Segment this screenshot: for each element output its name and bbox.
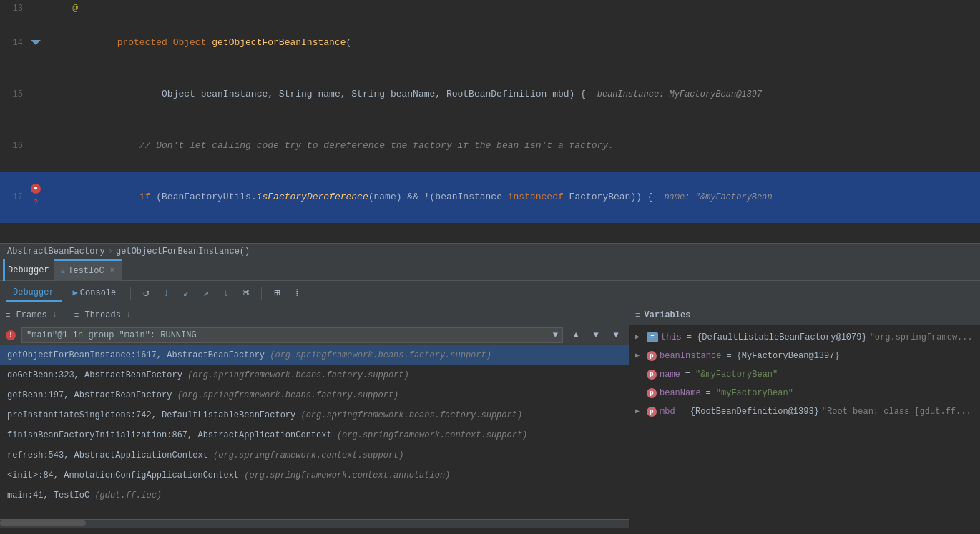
tab-close-testioc[interactable]: ×: [110, 267, 114, 275]
btn-restart[interactable]: ↺: [138, 285, 154, 301]
var-mbd-expand[interactable]: ▶: [635, 405, 644, 419]
thread-selector[interactable]: "main"@1 in group "main": RUNNING ▼: [21, 327, 563, 343]
var-beanname[interactable]: ▶ p beanName = "myFactoryBean": [629, 384, 980, 402]
breadcrumb: AbstractBeanFactory › getObjectForBeanIn…: [0, 243, 980, 259]
threads-icon: ≡: [74, 311, 79, 320]
code-content-15: Object beanInstance, String name, String…: [43, 69, 980, 120]
var-name-icon: p: [647, 370, 657, 380]
frames-scrollbar[interactable]: [0, 519, 629, 528]
debugger-text: Debugger: [8, 265, 49, 275]
frame-6-package: (org.springframework.context.annotation): [244, 470, 450, 480]
diamond-marker-14: [31, 40, 41, 46]
code-line-16: 16 // Don't let calling code try to dere…: [0, 120, 980, 172]
btn-step-over-toolbar[interactable]: ↓: [158, 285, 174, 301]
line-number-15: 15: [0, 69, 29, 120]
frame-1[interactable]: doGetBean:323, AbstractBeanFactory (org.…: [0, 365, 629, 385]
frame-2-method: getBean:197, AbstractBeanFactory: [7, 390, 177, 400]
code-line-14: 14 protected Object getObjectForBeanInst…: [0, 17, 980, 69]
tab-console[interactable]: ▶ Console: [66, 285, 124, 301]
frame-5[interactable]: refresh:543, AbstractApplicationContext …: [0, 445, 629, 465]
line-number-14: 14: [0, 17, 29, 69]
var-mbd-icon-label: p: [650, 405, 653, 419]
frame-4[interactable]: finishBeanFactoryInitialization:867, Abs…: [0, 425, 629, 445]
method-isfactory: isFactoryDereference: [257, 192, 368, 202]
keyword-protected: protected: [94, 37, 172, 48]
btn-step-into-toolbar[interactable]: ↙: [178, 285, 194, 301]
var-mbd-name: mbd: [660, 405, 675, 419]
var-this-eq: =: [687, 330, 692, 345]
keyword-if-17: if: [139, 192, 151, 202]
var-name-name: name: [660, 367, 680, 382]
line17-cond1: (BeanFactoryUtils.: [150, 192, 256, 202]
var-mbd[interactable]: ▶ p mbd = {RootBeanDefinition@1393} "Roo…: [629, 402, 980, 421]
btn-thread-down[interactable]: ▼: [589, 328, 603, 342]
right-panel: ≡ Variables ▶ = this = {DefaultListableB…: [629, 305, 980, 528]
tab-debugger[interactable]: Debugger: [6, 285, 62, 302]
line-number-17: 17: [0, 172, 29, 223]
var-this-expand[interactable]: ▶: [635, 330, 644, 345]
frame-6[interactable]: <init>:84, AnnotationConfigApplicationCo…: [0, 465, 629, 485]
keyword-instanceof: instanceof: [508, 192, 564, 202]
frames-icon: ≡: [6, 311, 11, 320]
var-beanname-icon-label: p: [650, 386, 653, 400]
line-gutter-17: ● ?: [29, 172, 43, 223]
variables-header: ≡ Variables: [629, 305, 980, 325]
debug-toolbar: Debugger ▶ Console ↺ ↓ ↙ ↗ ⇓ ⌘ ⊞ ⁞: [0, 281, 980, 305]
threads-title: Threads: [84, 310, 120, 320]
var-name-value: "&myFactoryBean": [695, 367, 778, 382]
frame-2-package: (org.springframework.beans.factory.suppo…: [177, 390, 399, 400]
toolbar-divider-1: [130, 287, 131, 300]
line17-cond2: (name) && !(beanInstance: [368, 192, 508, 202]
variables-list: ▶ = this = {DefaultListableBeanFactory@1…: [629, 325, 980, 528]
frame-7[interactable]: main:41, TestIoC (gdut.ff.ioc): [0, 485, 629, 505]
btn-thread-up[interactable]: ▲: [569, 328, 583, 342]
bottom-panel: Debugger ☕ TestIoC × Debugger ▶ Console …: [0, 259, 980, 528]
var-this[interactable]: ▶ = this = {DefaultListableBeanFactory@1…: [629, 328, 980, 347]
var-beaninstance[interactable]: ▶ p beanInstance = {MyFactoryBean@1397}: [629, 347, 980, 365]
panel-content: ≡ Frames ↓ ≡ Threads ↓ ! "main"@1 in gro…: [0, 305, 980, 528]
comment-16: // Don't let calling code try to derefer…: [94, 140, 614, 151]
code-content-14: protected Object getObjectForBeanInstanc…: [43, 17, 980, 69]
editor-area: 13 @ 14 protected Object getObjectForBea…: [0, 0, 980, 243]
btn-settings-view[interactable]: ⁞: [289, 285, 305, 301]
var-beanname-name: beanName: [660, 386, 701, 400]
line17-hint: name: "&myFactoryBean: [664, 192, 772, 202]
frame-2[interactable]: getBean:197, AbstractBeanFactory (org.sp…: [0, 385, 629, 405]
var-mbd-icon: p: [647, 407, 657, 417]
btn-run-cursor[interactable]: ⇓: [218, 285, 234, 301]
frames-scroll-thumb[interactable]: [0, 520, 86, 526]
code-line-17: 17 ● ? if (BeanFactoryUtils.isFactoryDer…: [0, 172, 980, 223]
variables-icon: ≡: [635, 311, 640, 320]
frames-title: Frames: [16, 310, 47, 320]
var-name[interactable]: ▶ p name = "&myFactoryBean": [629, 365, 980, 384]
var-mbd-eq: =: [680, 405, 685, 419]
threads-arrow: ↓: [127, 311, 131, 319]
btn-filter-frames[interactable]: ▼: [609, 328, 623, 342]
btn-table-view[interactable]: ⊞: [269, 285, 285, 301]
btn-step-out-toolbar[interactable]: ↗: [198, 285, 214, 301]
code-content-17: if (BeanFactoryUtils.isFactoryDereferenc…: [43, 172, 980, 223]
btn-evaluate[interactable]: ⌘: [238, 285, 254, 301]
frame-0[interactable]: getObjectForBeanInstance:1617, AbstractB…: [0, 345, 629, 365]
tab-testioc-label: TestIoC: [68, 266, 104, 276]
breadcrumb-item-1[interactable]: AbstractBeanFactory: [7, 247, 105, 257]
thread-label: "main"@1 in group "main": RUNNING: [26, 330, 197, 340]
frame-7-method: main:41, TestIoC: [7, 490, 94, 500]
variables-title: Variables: [645, 310, 691, 320]
breadcrumb-item-2[interactable]: getObjectForBeanInstance(): [116, 247, 250, 257]
frame-1-package: (org.springframework.beans.factory.suppo…: [187, 370, 409, 380]
code-content-13: @: [43, 0, 980, 17]
line-gutter-16: [29, 120, 43, 172]
var-beaninstance-name: beanInstance: [660, 349, 721, 363]
frame-3[interactable]: preInstantiateSingletons:742, DefaultLis…: [0, 405, 629, 425]
var-this-icon-label: =: [650, 330, 654, 345]
line-number-16: 16: [0, 120, 29, 172]
frame-3-method: preInstantiateSingletons:742, DefaultLis…: [7, 410, 300, 420]
tab-testioc[interactable]: ☕ TestIoC ×: [54, 259, 122, 281]
threads-section: ! "main"@1 in group "main": RUNNING ▼ ▲ …: [0, 325, 629, 345]
frame-7-package: (gdut.ff.ioc): [94, 490, 162, 500]
var-this-name: this: [661, 330, 682, 345]
method-getobject: getObjectForBeanInstance: [212, 37, 346, 48]
line-number-18: 18: [0, 223, 29, 243]
var-beaninstance-expand[interactable]: ▶: [635, 349, 644, 363]
